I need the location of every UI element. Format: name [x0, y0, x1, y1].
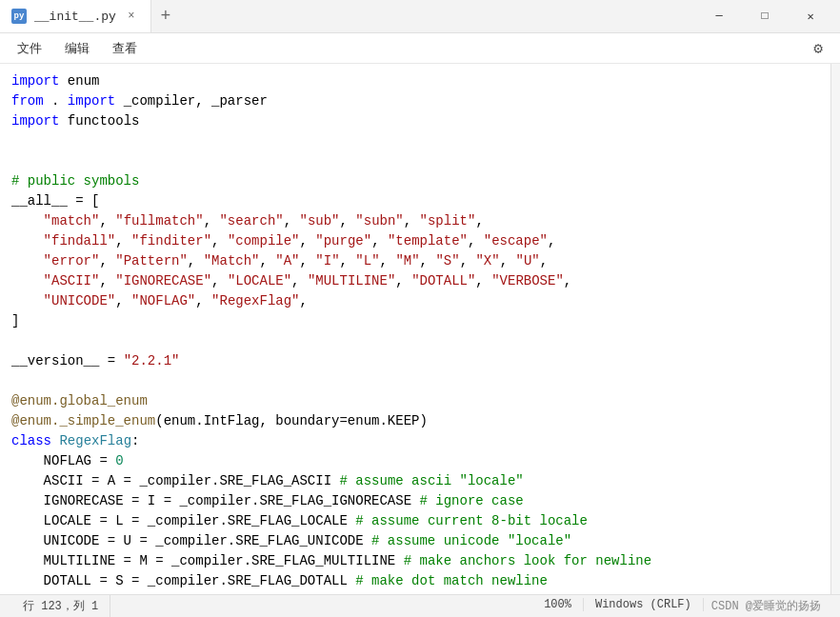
code-display: import enum from . import _compiler, _pa…	[11, 71, 830, 591]
line-ending: Windows (CRLF)	[584, 598, 704, 611]
editor-container: import enum from . import _compiler, _pa…	[0, 64, 840, 594]
cursor-position: 行 123，列 1	[11, 595, 110, 617]
minimize-button[interactable]: —	[697, 0, 741, 33]
menu-bar: 文件 编辑 查看 ⚙	[0, 33, 840, 64]
window-controls: — □ ✕	[697, 0, 840, 33]
watermark: CSDN @爱睡觉的扬扬	[704, 598, 829, 614]
menu-file[interactable]: 文件	[8, 36, 51, 61]
title-bar: py __init__.py × + — □ ✕	[0, 0, 840, 33]
editor-content[interactable]: import enum from . import _compiler, _pa…	[0, 64, 830, 594]
tab-area: py __init__.py × +	[0, 0, 697, 32]
menu-view[interactable]: 查看	[103, 36, 147, 61]
tab-label: __init__.py	[34, 10, 116, 24]
active-tab[interactable]: py __init__.py ×	[0, 0, 151, 32]
close-button[interactable]: ✕	[789, 0, 832, 33]
tab-file-icon: py	[11, 9, 27, 24]
settings-button[interactable]: ⚙	[804, 35, 832, 62]
status-right-area: 100% Windows (CRLF) CSDN @爱睡觉的扬扬	[532, 598, 829, 614]
menu-edit[interactable]: 编辑	[55, 36, 99, 61]
maximize-button[interactable]: □	[743, 0, 787, 33]
tab-close-button[interactable]: ×	[124, 9, 139, 24]
scrollbar[interactable]	[830, 64, 840, 594]
status-bar: 行 123，列 1 100% Windows (CRLF) CSDN @爱睡觉的…	[0, 594, 840, 617]
zoom-level: 100%	[532, 598, 584, 611]
new-tab-button[interactable]: +	[151, 0, 180, 32]
